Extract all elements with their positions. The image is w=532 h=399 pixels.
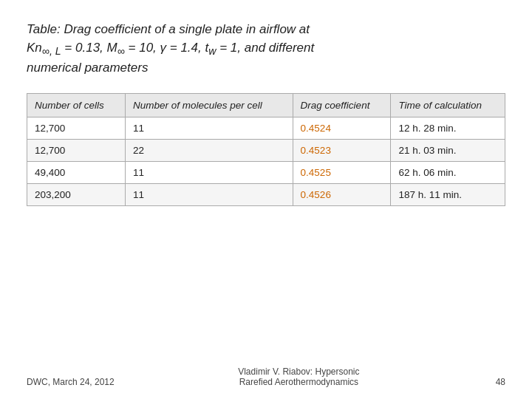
table-cell: 11 xyxy=(125,184,293,206)
title-line3: numerical parameters xyxy=(27,61,148,75)
col-header-molecules: Number of molecules per cell xyxy=(125,94,293,117)
table-cell: 12,700 xyxy=(27,140,126,162)
title-end: = 1, and different xyxy=(216,41,314,55)
table-cell: 0.4523 xyxy=(293,140,391,162)
table-cell: 187 h. 11 min. xyxy=(391,184,505,206)
footer: DWC, March 24, 2012 Vladimir V. Riabov: … xyxy=(27,359,505,387)
table-cell: 49,400 xyxy=(27,162,126,184)
table-row: 12,700110.452412 h. 28 min. xyxy=(27,117,505,140)
table-cell: 12,700 xyxy=(27,117,126,140)
table-cell: 11 xyxy=(125,162,293,184)
table-cell: 11 xyxy=(125,117,293,140)
data-table: Number of cells Number of molecules per … xyxy=(27,93,505,206)
col-header-cells: Number of cells xyxy=(27,94,126,117)
table-cell: 0.4526 xyxy=(293,184,391,206)
footer-left: DWC, March 24, 2012 xyxy=(27,377,115,387)
table-header-row: Number of cells Number of molecules per … xyxy=(27,94,505,117)
table-cell: 0.4524 xyxy=(293,117,391,140)
table-row: 203,200110.4526187 h. 11 min. xyxy=(27,184,505,206)
page: Table: Drag coefficient of a single plat… xyxy=(0,0,532,399)
table-cell: 12 h. 28 min. xyxy=(391,117,505,140)
table-row: 49,400110.452562 h. 06 min. xyxy=(27,162,505,184)
table-cell: 22 xyxy=(125,140,293,162)
title-tw-sub: w xyxy=(208,45,216,57)
footer-center-line2: Rarefied Aerothermodynamics xyxy=(115,377,483,387)
footer-page-number: 48 xyxy=(483,377,505,387)
title-kn-sub: ∞, L xyxy=(42,45,61,57)
table-cell: 62 h. 06 min. xyxy=(391,162,505,184)
table-cell: 0.4525 xyxy=(293,162,391,184)
table-cell: 203,200 xyxy=(27,184,126,206)
page-title: Table: Drag coefficient of a single plat… xyxy=(27,21,505,77)
footer-center: Vladimir V. Riabov: Hypersonic Rarefied … xyxy=(115,366,483,387)
title-mid: = 0.13, M xyxy=(61,41,117,55)
footer-center-line1: Vladimir V. Riabov: Hypersonic xyxy=(115,366,483,377)
col-header-drag: Drag coefficient xyxy=(293,94,391,117)
title-line2: Kn∞, L = 0.13, M∞ = 10, γ = 1.4, tw = 1,… xyxy=(27,41,314,55)
title-suffix: = 10, γ = 1.4, t xyxy=(125,41,208,55)
title-m-sub: ∞ xyxy=(117,45,125,57)
title-kn-label: Kn∞, L = 0.13, M∞ = 10, γ = 1.4, tw = 1,… xyxy=(27,41,314,55)
table-row: 12,700220.452321 h. 03 min. xyxy=(27,140,505,162)
col-header-time: Time of calculation xyxy=(391,94,505,117)
table-cell: 21 h. 03 min. xyxy=(391,140,505,162)
title-line1: Table: Drag coefficient of a single plat… xyxy=(27,22,310,36)
